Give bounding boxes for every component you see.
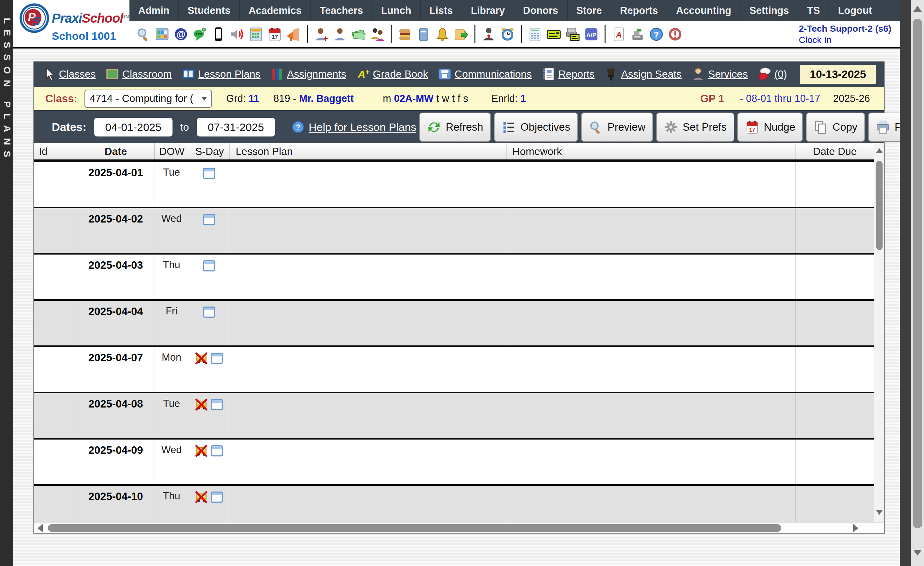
scroll-left-arrow[interactable] [38, 524, 43, 532]
lesson-plan-cell[interactable] [229, 255, 506, 299]
action-button[interactable]: 17 Nudge [737, 112, 803, 142]
action-button[interactable]: Preview [581, 112, 653, 142]
email-icon[interactable]: @ [174, 27, 188, 42]
subnav-item[interactable]: Assignments [270, 67, 346, 81]
subnav-item[interactable]: Assign Seats [604, 67, 682, 81]
clock-in-link[interactable]: Clock In [799, 34, 891, 46]
action-button[interactable]: Copy [806, 112, 865, 142]
main-nav-item[interactable]: Admin [129, 0, 178, 21]
cash-register-icon[interactable] [630, 27, 645, 42]
scroll-up-arrow[interactable] [876, 148, 883, 153]
main-nav-item[interactable]: Students [178, 0, 240, 21]
window-scroll-down-arrow[interactable] [914, 550, 922, 556]
main-nav-item[interactable]: Lunch [372, 0, 421, 21]
check-icon[interactable] [546, 27, 561, 42]
main-nav-item[interactable]: Store [568, 0, 611, 21]
lesson-plan-cell[interactable] [229, 301, 506, 346]
main-nav-item[interactable]: Accounting [668, 0, 741, 21]
subnav-item[interactable]: Reports [542, 67, 594, 81]
export-icon[interactable] [454, 27, 469, 42]
homework-cell[interactable] [506, 208, 796, 253]
subnav-item[interactable]: Services [691, 67, 748, 81]
date-due-cell[interactable] [796, 301, 874, 346]
homework-cell[interactable] [506, 301, 796, 346]
help-link[interactable]: Help for Lesson Plans [309, 121, 417, 133]
action-button[interactable]: Objectives [494, 112, 578, 142]
date-due-cell[interactable] [796, 208, 874, 253]
homework-cell[interactable] [506, 440, 796, 484]
main-nav-item[interactable]: Teachers [311, 0, 372, 21]
print-check-icon[interactable] [565, 27, 580, 42]
main-nav-item[interactable]: Academics [240, 0, 311, 21]
lesson-plan-cell[interactable] [229, 393, 506, 438]
table-vertical-scrollbar[interactable] [874, 143, 884, 523]
window-icon[interactable] [202, 167, 216, 180]
ap-icon[interactable]: A/P [584, 27, 599, 42]
lesson-plan-cell[interactable] [229, 347, 506, 392]
action-button[interactable]: Refresh [419, 112, 491, 142]
date-from-input[interactable] [94, 118, 172, 136]
subnav-item[interactable]: (0) [758, 67, 787, 81]
lunch-icon[interactable] [398, 27, 412, 42]
window-icon[interactable] [202, 213, 216, 226]
date-due-cell[interactable] [796, 486, 874, 523]
date-due-cell[interactable] [796, 162, 874, 207]
main-nav-item[interactable]: Lists [421, 0, 462, 21]
window-icon[interactable] [202, 260, 216, 272]
subnav-item[interactable]: Communications [438, 67, 532, 81]
homework-cell[interactable] [506, 162, 796, 207]
alert-icon[interactable] [668, 27, 682, 42]
main-nav-item[interactable]: Settings [741, 0, 798, 21]
action-button[interactable]: Set Prefs [656, 112, 734, 142]
family-icon[interactable] [370, 27, 385, 42]
staff-icon[interactable] [481, 27, 496, 42]
date-due-cell[interactable] [796, 440, 874, 484]
homework-cell[interactable] [506, 347, 796, 392]
pdf-icon[interactable]: A [611, 27, 626, 42]
main-nav-item[interactable]: Logout [829, 0, 881, 21]
chat-add-icon[interactable]: + [192, 27, 207, 42]
calendar-icon[interactable]: 17 [267, 27, 282, 42]
grade-grid-icon[interactable] [249, 27, 264, 42]
col-header-date[interactable]: Date [77, 143, 155, 159]
subnav-item[interactable]: Lesson Plans [182, 67, 261, 81]
lesson-plan-cell[interactable] [229, 486, 506, 523]
student-icon[interactable] [332, 27, 347, 42]
table-horizontal-scrollbar[interactable] [34, 523, 884, 533]
window-icon[interactable] [210, 491, 224, 503]
megaphone-icon[interactable] [286, 27, 301, 42]
left-vertical-tab[interactable]: LESSON PLANS [0, 0, 13, 566]
main-nav-item[interactable]: TS [798, 0, 830, 21]
current-date-badge[interactable]: 10-13-2025 [800, 65, 876, 84]
date-due-cell[interactable] [796, 393, 874, 438]
vertical-scroll-thumb[interactable] [876, 161, 883, 250]
alarm-clock-icon[interactable] [500, 27, 515, 42]
sound-icon[interactable] [230, 27, 244, 42]
window-scroll-up-arrow[interactable] [914, 6, 922, 12]
homework-cell[interactable] [506, 393, 796, 438]
window-icon[interactable] [210, 445, 224, 457]
homework-cell[interactable] [506, 255, 796, 299]
help-link-group[interactable]: ? Help for Lesson Plans [291, 120, 417, 134]
subnav-item[interactable]: Classes [42, 67, 96, 81]
money-icon[interactable] [351, 27, 366, 42]
main-nav-item[interactable]: Library [462, 0, 514, 21]
student-add-icon[interactable]: + [314, 27, 328, 42]
ledger-icon[interactable] [528, 27, 542, 42]
window-scroll-thumb[interactable] [913, 19, 922, 528]
homework-cell[interactable] [506, 486, 796, 523]
window-icon[interactable] [202, 306, 216, 318]
scroll-right-arrow[interactable] [853, 524, 858, 532]
date-to-input[interactable] [197, 118, 275, 136]
lesson-plan-cell[interactable] [229, 440, 506, 484]
mobile-icon[interactable] [211, 27, 226, 42]
class-select[interactable]: 4714 - Computing for ( [84, 90, 212, 108]
window-icon[interactable] [210, 398, 224, 411]
main-nav-item[interactable]: Donors [514, 0, 568, 21]
horizontal-scroll-thumb[interactable] [48, 524, 781, 532]
date-due-cell[interactable] [796, 347, 874, 392]
window-scrollbar[interactable] [911, 0, 924, 566]
date-due-cell[interactable] [796, 255, 874, 299]
lesson-plan-cell[interactable] [229, 162, 506, 207]
help-icon[interactable]: ? [649, 27, 664, 42]
